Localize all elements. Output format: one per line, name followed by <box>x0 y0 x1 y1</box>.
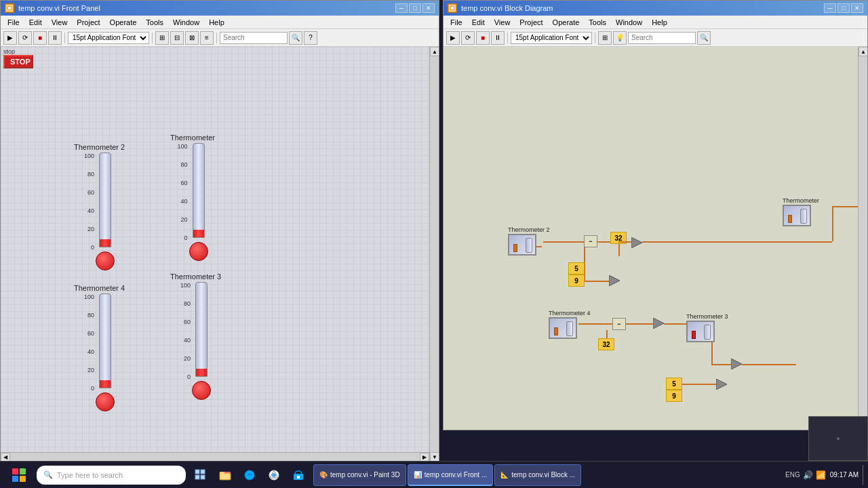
resize-button[interactable]: ⊠ <box>185 31 199 45</box>
file-explorer-icon[interactable] <box>214 464 236 486</box>
thermo2-label: Thermometer 2 <box>74 143 125 151</box>
taskbar-app-front[interactable]: 📊 temp conv.vi Front ... <box>408 464 494 486</box>
system-tray: ENG 🔊 📶 <box>785 470 826 480</box>
stop-button[interactable]: STOP <box>3 55 33 68</box>
thermo3-scale: 100 80 60 40 20 0 <box>180 282 191 390</box>
bd-menu-project[interactable]: Project <box>515 18 547 27</box>
align-button[interactable]: ⊞ <box>155 31 169 45</box>
bd-toolbar: ▶ ⟳ ■ ⏸ 15pt Application Font ⊞ 💡 🔍 <box>443 29 867 47</box>
front-panel-window: temp conv.vi Front Panel ─ □ ✕ File Edit… <box>0 0 439 462</box>
wire-frac2-h <box>682 384 716 385</box>
arrow-node-2 <box>653 318 664 330</box>
fp-menu-file[interactable]: File <box>3 18 24 27</box>
bd-canvas: Thermometer 2 − 32 <box>443 47 867 430</box>
taskbar-app-block[interactable]: 📐 temp conv.vi Block ... <box>494 464 581 486</box>
close-button[interactable]: ✕ <box>422 3 435 13</box>
run-button[interactable]: ▶ <box>3 31 17 45</box>
pause-button[interactable]: ⏸ <box>48 31 62 45</box>
fp-scrollbar-v[interactable]: ▲ ▼ <box>429 47 439 462</box>
chrome-icon[interactable] <box>263 464 285 486</box>
fp-menu-project[interactable]: Project <box>73 18 104 27</box>
svg-marker-6 <box>653 318 664 329</box>
bd-search-input[interactable] <box>628 32 696 44</box>
task-view-icon[interactable] <box>190 464 212 486</box>
thermo3-body <box>192 282 211 390</box>
svg-rect-11 <box>195 475 199 479</box>
bd-scroll-up-btn[interactable]: ▲ <box>859 47 867 56</box>
windows-logo-icon <box>12 468 26 482</box>
stop-area: stop STOP <box>3 48 33 68</box>
subtract-node-2: − <box>612 318 626 330</box>
fp-menu-tools[interactable]: Tools <box>142 18 167 27</box>
run-continuously-button[interactable]: ⟳ <box>18 31 32 45</box>
thermometer-2-widget: Thermometer 2 100 80 60 40 20 0 <box>74 143 125 261</box>
bd-pause-button[interactable]: ⏸ <box>491 31 505 45</box>
minimize-button[interactable]: ─ <box>395 3 408 13</box>
bd-thermo3-wrapper: Thermometer 3 <box>686 313 728 342</box>
network-icon[interactable]: 📶 <box>816 470 826 480</box>
scroll-down-button[interactable]: ▼ <box>430 452 439 462</box>
bd-search-button[interactable]: 🔍 <box>697 31 711 45</box>
bd-menu-tools[interactable]: Tools <box>585 18 610 27</box>
bd-menu-file[interactable]: File <box>446 18 467 27</box>
bd-font-select[interactable]: 15pt Application Font <box>511 32 592 44</box>
store-icon[interactable] <box>288 464 309 486</box>
show-desktop-button[interactable] <box>863 465 865 485</box>
wire-32-2-v <box>606 330 608 338</box>
bd-align-btn[interactable]: ⊞ <box>598 31 612 45</box>
bd-abort-button[interactable]: ■ <box>476 31 490 45</box>
help-button[interactable]: ? <box>304 31 317 45</box>
stop-label: stop <box>3 48 33 55</box>
fp-menu-help[interactable]: Help <box>205 18 229 27</box>
edge-icon[interactable] <box>239 464 260 486</box>
scroll-up-button[interactable]: ▲ <box>430 47 439 56</box>
bd-thermo-out-label: Thermometer <box>783 197 819 204</box>
start-button[interactable] <box>3 464 35 486</box>
fp-menu-operate[interactable]: Operate <box>106 18 141 27</box>
taskbar-app-paint3d[interactable]: 🎨 temp conv.vi - Paint 3D <box>313 464 406 486</box>
svg-rect-12 <box>201 475 205 479</box>
wire-32-1-h <box>618 241 631 243</box>
bd-thermo3-label: Thermometer 3 <box>686 313 728 320</box>
bd-scrollbar-v[interactable]: ▲ ▼ <box>858 47 867 430</box>
reorder-button[interactable]: ≡ <box>200 31 214 45</box>
bd-minimize-button[interactable]: ─ <box>824 3 836 13</box>
fp-search-input[interactable] <box>220 32 288 44</box>
arrow-node-3 <box>731 359 742 371</box>
bd-run-button[interactable]: ▶ <box>446 31 460 45</box>
font-select[interactable]: 15pt Application Font <box>68 32 149 44</box>
app-icon-front: 📊 <box>414 471 422 479</box>
taskbar-search[interactable]: 🔍 Type here to search <box>37 466 186 485</box>
fp-menu-edit[interactable]: Edit <box>25 18 46 27</box>
bd-close-button[interactable]: ✕ <box>851 3 863 13</box>
bd-restore-button[interactable]: □ <box>837 3 850 13</box>
bd-hilite-btn[interactable]: 💡 <box>613 31 627 45</box>
bd-run-cont-button[interactable]: ⟳ <box>461 31 475 45</box>
const-32-2: 32 <box>598 338 614 350</box>
system-clock: 09:17 AM <box>830 471 859 479</box>
scroll-left-button[interactable]: ◀ <box>1 453 10 462</box>
bd-menu-view[interactable]: View <box>490 18 515 27</box>
abort-button[interactable]: ■ <box>33 31 47 45</box>
distribute-button[interactable]: ⊟ <box>170 31 184 45</box>
bd-menu-operate[interactable]: Operate <box>549 18 584 27</box>
thermo4-scale: 100 80 60 40 20 0 <box>84 293 94 402</box>
thermo4-tube <box>99 293 111 388</box>
fp-menu-view[interactable]: View <box>47 18 72 27</box>
bd-menu-window[interactable]: Window <box>612 18 646 27</box>
bd-thermo4-label: Thermometer 4 <box>549 310 591 317</box>
lang-indicator: ENG <box>785 471 800 479</box>
search-button[interactable]: 🔍 <box>289 31 302 45</box>
svg-rect-9 <box>195 470 199 474</box>
speaker-icon[interactable]: 🔊 <box>803 470 813 480</box>
wire-arrow2-out-h2 <box>711 364 732 365</box>
restore-button[interactable]: □ <box>409 3 421 13</box>
bd-menu-help[interactable]: Help <box>648 18 671 27</box>
thermo1-scale: 100 80 60 40 20 0 <box>178 143 188 251</box>
fp-scrollbar-h[interactable]: ◀ ▶ <box>1 452 429 462</box>
bd-menu-edit[interactable]: Edit <box>468 18 489 27</box>
svg-rect-14 <box>220 473 231 480</box>
toolbar-sep-1 <box>64 33 65 43</box>
scroll-right-button[interactable]: ▶ <box>420 453 429 462</box>
fp-menu-window[interactable]: Window <box>169 18 203 27</box>
